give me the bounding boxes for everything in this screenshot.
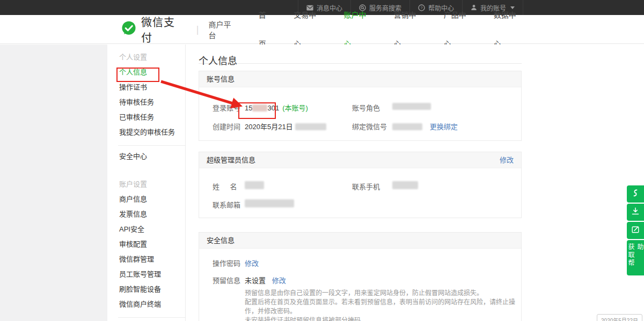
operation-password-edit-link[interactable]: 修改 — [245, 259, 259, 267]
sidebar-item-wechat-group-mgmt[interactable]: 微信群管理 — [107, 252, 185, 267]
admin-name-label: 姓 名 — [213, 181, 241, 191]
redacted-admin-email — [245, 199, 294, 207]
sidebar-item-wechat-merchant-terminal[interactable]: 微信商户终端 — [107, 297, 185, 312]
sidebar-item-review-config[interactable]: 审核配置 — [107, 237, 185, 252]
redacted-role — [392, 103, 431, 110]
left-gutter — [0, 44, 107, 321]
sidebar-section-personal-settings: 个人设置 — [107, 50, 185, 65]
sidebar-item-security-center[interactable]: 安全中心 — [107, 149, 185, 164]
redacted-admin-name — [245, 181, 264, 189]
page-title: 个人信息 — [199, 44, 522, 63]
reserve-info-value: 未设置 修改 — [245, 275, 286, 285]
reserve-info-description: 预留信息是由你自己设置的一段文字，用来鉴定网站身份，防止假冒网站造成损失。 配置… — [245, 289, 521, 321]
brand-divider: | — [196, 24, 199, 35]
wechat-pay-merchant-portal: 消息中心 服务商搜索 ? 帮助中心 我的账号 — [0, 0, 644, 321]
sidebar-item-invoice-info[interactable]: 发票信息 — [107, 207, 185, 222]
hotline-button[interactable] — [627, 185, 644, 203]
reserve-desc-line1: 预留信息是由你自己设置的一段文字，用来鉴定网站身份，防止假冒网站造成损失。 — [245, 289, 521, 298]
sidebar-item-operation-certificate[interactable]: 操作证书 — [107, 80, 185, 95]
sidebar-item-merchant-info[interactable]: 商户信息 — [107, 192, 185, 207]
download-button[interactable] — [627, 204, 644, 221]
security-info-section: 安全信息 操作密码 修改 预留信息 未设置 修改 预留信息是由你自己设置的一段文… — [199, 232, 522, 321]
contact-phone-value — [392, 181, 418, 190]
hotline-icon — [631, 189, 640, 199]
sidebar-item-my-submitted-tasks[interactable]: 我提交的审核任务 — [107, 125, 185, 140]
bound-wechat-value: 更换绑定 — [392, 121, 458, 131]
reserve-desc-line2: 配置后将在首页及充值页面显示。若未看到预留信息，表明当前访问的网站存在风险，请终… — [245, 298, 521, 316]
feedback-button[interactable] — [627, 222, 644, 239]
page-body: 个人设置 个人信息 操作证书 待审核任务 已审核任务 我提交的审核任务 安全中心… — [0, 44, 644, 321]
edit-icon — [631, 225, 640, 236]
created-time-label: 创建时间 — [213, 121, 240, 131]
get-help-button[interactable]: 获取帮助 — [627, 240, 644, 275]
sidebar-section-account-settings: 账户设置 — [107, 177, 185, 192]
current-account-tag: (本账号) — [282, 104, 308, 112]
login-account-label: 登录账号 — [213, 102, 240, 113]
account-role-label: 账号角色 — [352, 102, 380, 113]
created-time-value: 2020年5月21日 — [245, 121, 326, 131]
contact-email-value — [245, 199, 294, 208]
redacted-created-extra — [295, 123, 326, 130]
reserve-info-edit-link[interactable]: 修改 — [272, 277, 286, 285]
brand[interactable]: 微信支付 | 商户平台 — [121, 14, 238, 45]
sidebar-item-api-security[interactable]: API安全 — [107, 222, 185, 237]
sidebar-divider — [118, 145, 185, 146]
account-info-section: 账号信息 登录账号 15301(本账号) 账号角色 创建时间 2020年5月21… — [199, 71, 522, 141]
header: 微信支付 | 商户平台 首页 交易中心 账户中心 营销中心 产品中心 数据中心 — [0, 15, 644, 44]
redacted-admin-phone — [392, 181, 418, 189]
brand-portal-label: 商户平台 — [209, 19, 238, 40]
super-admin-edit-link[interactable]: 修改 — [500, 152, 514, 168]
account-role-value — [392, 102, 431, 110]
account-info-header: 账号信息 — [207, 71, 235, 87]
admin-name-value — [245, 181, 264, 190]
operation-password-label: 操作密码 — [213, 258, 240, 268]
sidebar-item-personal-info[interactable]: 个人信息 — [107, 65, 185, 80]
contact-phone-label: 联系手机 — [352, 181, 380, 191]
sidebar-item-staff-account-mgmt[interactable]: 员工账号管理 — [107, 267, 185, 282]
date-tooltip: 2020年5月22日 — [597, 314, 642, 321]
sidebar-divider — [118, 317, 185, 318]
wechat-pay-logo-icon — [121, 20, 137, 39]
super-admin-header: 超级管理员信息 — [207, 152, 255, 168]
title-divider — [199, 63, 522, 64]
contact-email-label: 联系邮箱 — [213, 199, 240, 210]
bound-wechat-label: 绑定微信号 — [352, 121, 387, 131]
security-info-header: 安全信息 — [207, 233, 235, 248]
reserve-info-label: 预留信息 — [213, 275, 240, 285]
main-content: 个人信息 账号信息 登录账号 15301(本账号) 账号角色 创建时间 2020… — [199, 44, 522, 321]
download-icon — [631, 207, 640, 218]
rebind-link[interactable]: 更换绑定 — [430, 123, 458, 131]
sidebar-item-pending-review-tasks[interactable]: 待审核任务 — [107, 95, 185, 110]
brand-name: 微信支付 — [141, 14, 186, 45]
redacted-wechat-id — [392, 123, 422, 130]
reserve-desc-line3: 未安装操作证书时预留信息将被部分掩码。 — [245, 316, 521, 321]
redacted-login-middle — [252, 104, 267, 111]
super-admin-section: 超级管理员信息 修改 姓 名 联系手机 联系邮箱 — [199, 152, 522, 218]
login-account-value: 15301(本账号) — [245, 102, 308, 113]
sidebar-item-face-smart-device[interactable]: 刷脸智能设备 — [107, 282, 185, 297]
floating-action-bar: 获取帮助 — [627, 185, 644, 275]
sidebar: 个人设置 个人信息 操作证书 待审核任务 已审核任务 我提交的审核任务 安全中心… — [107, 44, 186, 321]
sidebar-item-reviewed-tasks[interactable]: 已审核任务 — [107, 110, 185, 125]
